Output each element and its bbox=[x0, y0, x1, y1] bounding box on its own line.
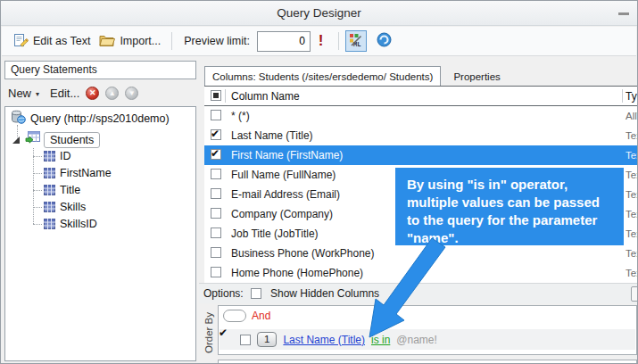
table-row[interactable]: First Name (FirstName)Tex bbox=[204, 145, 638, 165]
tree-item-label: ID bbox=[60, 150, 71, 162]
column-separator bbox=[225, 89, 226, 103]
group-operator-button[interactable] bbox=[223, 310, 246, 322]
callout-line: "name". bbox=[407, 229, 618, 247]
column-type-header: Ty bbox=[626, 87, 637, 106]
table-row[interactable]: Home Phone (HomePhone)Tex bbox=[204, 263, 638, 283]
query-statements-header: Query Statements bbox=[4, 61, 196, 79]
tree-item-students[interactable]: Students bbox=[12, 131, 100, 148]
annotation-callout: By using "is in" operator,multiple value… bbox=[395, 168, 624, 245]
condition-index-badge[interactable]: 1 bbox=[257, 332, 277, 347]
window-title: Query Designer bbox=[1, 1, 637, 26]
tree-connector bbox=[33, 190, 42, 191]
clipped-button[interactable] bbox=[631, 286, 638, 302]
header-checkbox[interactable] bbox=[211, 90, 221, 101]
column-name-cell: Last Name (Title) bbox=[231, 126, 313, 145]
row-checkbox[interactable] bbox=[211, 208, 221, 219]
row-checkbox[interactable] bbox=[211, 228, 221, 238]
row-checkbox[interactable] bbox=[211, 169, 221, 179]
next-group-box bbox=[218, 360, 637, 364]
filter-condition-row: 1 Last Name (Title) is in @name! bbox=[220, 329, 635, 350]
column-name-cell: Home Phone (HomePhone) bbox=[231, 263, 363, 283]
edit-xml-toggle-button[interactable]: ML bbox=[345, 30, 367, 52]
column-icon bbox=[44, 219, 55, 232]
table-row[interactable]: Last Name (Title)Tex bbox=[204, 126, 638, 145]
column-type-cell: Tex bbox=[626, 263, 638, 283]
minimize-button[interactable] bbox=[618, 12, 629, 15]
edit-button[interactable]: Edit... bbox=[50, 87, 79, 100]
delete-statement-icon[interactable]: ✕ bbox=[86, 87, 99, 100]
tree-item-label: Title bbox=[60, 184, 80, 196]
show-hidden-checkbox[interactable] bbox=[251, 288, 261, 299]
tree-expander-icon[interactable] bbox=[12, 136, 20, 144]
column-name-cell: Company (Company) bbox=[231, 204, 333, 224]
tab-columns[interactable]: Columns: Students (/sites/ersdedemo/ Stu… bbox=[204, 66, 441, 87]
tree-item-skills[interactable]: Skills bbox=[5, 199, 195, 216]
tree-students-label[interactable]: Students bbox=[44, 132, 100, 148]
condition-operator-link[interactable]: is in bbox=[371, 334, 390, 346]
main-toolbar: Edit as Text Import... Preview limit: ! … bbox=[2, 27, 636, 56]
condition-field-link[interactable]: Last Name (Title) bbox=[283, 334, 365, 346]
orderby-row-checkbox[interactable] bbox=[240, 335, 251, 345]
column-icon bbox=[44, 168, 55, 181]
tree-item-firstname[interactable]: FirstName bbox=[5, 165, 195, 182]
query-tree: Query (http://sps2010demo) Students IDFi… bbox=[4, 106, 196, 361]
row-checkbox[interactable] bbox=[211, 247, 221, 258]
edit-as-text-label: Edit as Text bbox=[33, 35, 90, 47]
import-folder-icon bbox=[99, 34, 115, 49]
column-icon bbox=[44, 202, 55, 215]
edit-as-text-button[interactable]: Edit as Text bbox=[9, 30, 95, 53]
row-checkbox[interactable] bbox=[211, 267, 221, 277]
tree-item-title[interactable]: Title bbox=[5, 182, 195, 199]
filter-group-box: And 1 Last Name (Title) is in @name! bbox=[218, 305, 637, 355]
execute-exclamation-icon[interactable]: ! bbox=[319, 32, 324, 50]
callout-line: By using "is in" operator, bbox=[407, 176, 618, 194]
options-row: Options: Show Hidden Columns bbox=[199, 283, 638, 303]
column-name-cell: Job Title (JobTitle) bbox=[231, 224, 319, 244]
row-checkbox[interactable] bbox=[211, 188, 221, 199]
tree-item-label: SkillsID bbox=[60, 218, 97, 230]
show-hidden-label: Show Hidden Columns bbox=[270, 284, 379, 304]
row-checkbox[interactable] bbox=[211, 149, 221, 160]
move-down-icon[interactable]: ▼ bbox=[125, 87, 138, 100]
new-button[interactable]: New bbox=[8, 87, 31, 100]
tree-connector bbox=[33, 173, 42, 174]
import-label: Import... bbox=[120, 35, 161, 47]
tree-item-label: Skills bbox=[60, 201, 86, 213]
tree-connector bbox=[33, 156, 42, 157]
tab-properties[interactable]: Properties bbox=[441, 67, 512, 87]
toolbar-separator bbox=[171, 32, 172, 50]
column-type-cell: Tex bbox=[626, 244, 638, 263]
table-icon bbox=[25, 131, 41, 148]
help-button[interactable] bbox=[377, 32, 392, 50]
query-designer-window: Query Designer Edit as Text Import... Pr… bbox=[0, 0, 638, 364]
column-type-cell: Tex bbox=[626, 165, 638, 185]
filter-group-row: And bbox=[223, 310, 270, 322]
tree-item-id[interactable]: ID bbox=[5, 148, 195, 165]
group-operator-label[interactable]: And bbox=[252, 310, 270, 322]
column-separator bbox=[622, 89, 623, 103]
import-button[interactable]: Import... bbox=[95, 31, 165, 52]
tree-item-skillsid[interactable]: SkillsID bbox=[5, 216, 195, 233]
query-statements-toolbar: New ▾ Edit... ✕ ▲ ▼ bbox=[8, 83, 138, 103]
column-name-cell: E-mail Address (Email) bbox=[231, 185, 340, 204]
options-label: Options: bbox=[203, 284, 244, 304]
preview-limit-input[interactable] bbox=[257, 31, 311, 52]
tree-item-label: FirstName bbox=[60, 167, 112, 179]
column-name-header: Column Name bbox=[231, 87, 300, 106]
tree-connector bbox=[33, 207, 42, 208]
callout-line: multiple values can be passed bbox=[407, 194, 618, 211]
column-type-cell: Tex bbox=[626, 224, 638, 244]
condition-parameter-value[interactable]: @name! bbox=[396, 334, 437, 346]
row-checkbox[interactable] bbox=[211, 129, 221, 140]
row-checkbox[interactable] bbox=[211, 110, 221, 120]
help-icon bbox=[377, 32, 392, 50]
column-icon bbox=[44, 151, 55, 164]
move-up-icon[interactable]: ▲ bbox=[105, 87, 119, 100]
database-icon bbox=[11, 110, 26, 127]
tree-item-query-root[interactable]: Query (http://sps2010demo) bbox=[11, 110, 170, 127]
column-name-cell: First Name (FirstName) bbox=[231, 145, 343, 165]
tab-bar: Columns: Students (/sites/ersdedemo/ Stu… bbox=[204, 64, 637, 87]
new-dropdown-caret-icon[interactable]: ▾ bbox=[36, 90, 39, 98]
column-name-cell: * (*) bbox=[231, 106, 250, 126]
table-row[interactable]: * (*)AllV bbox=[204, 106, 638, 126]
